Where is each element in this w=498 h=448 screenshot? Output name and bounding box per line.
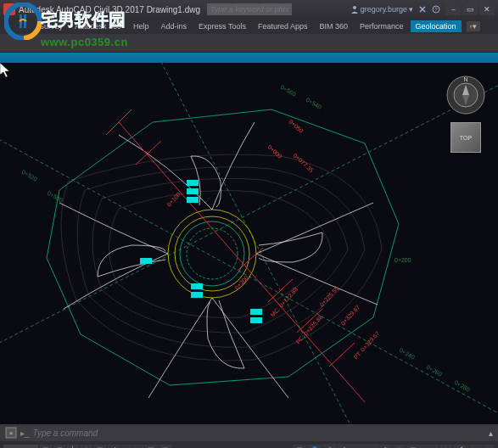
command-input[interactable] (33, 428, 489, 438)
dyn-toggle[interactable]: + (121, 445, 132, 449)
svg-line-18 (238, 248, 263, 271)
ribbon-expand-icon[interactable]: ▫▾ (467, 21, 480, 31)
chevron-down-icon: ▾ (409, 5, 413, 14)
command-line: × ▸_ ▴ (0, 424, 498, 441)
search-input[interactable] (207, 3, 292, 15)
snap-toggle[interactable]: ⊞ (53, 445, 66, 449)
svg-line-21 (329, 343, 355, 367)
transparency-toggle[interactable]: ▦ (144, 445, 158, 449)
station-label: 0+280 (454, 379, 472, 393)
annotation-toggle[interactable]: ⬓ (293, 445, 306, 449)
drawing-canvas[interactable]: 0+000 0+050 0+077.35 0+225.55 0+329.67 P… (0, 63, 498, 424)
grid-toggle[interactable]: ▦ (39, 445, 53, 449)
annotation-monitor[interactable]: ⊕ (393, 445, 406, 449)
cycle-toggle[interactable]: ◫ (159, 445, 172, 449)
isolate-toggle[interactable]: ◉ (439, 445, 452, 449)
workspace-toggle[interactable]: ✿ (379, 445, 392, 449)
svg-rect-24 (187, 197, 199, 203)
svg-line-17 (136, 141, 161, 165)
ortho-toggle[interactable]: └ (67, 445, 79, 449)
hardware-accel-toggle[interactable]: ⚡ (453, 445, 468, 449)
station-label: PT: 0+329.67 (353, 330, 381, 361)
svg-rect-23 (187, 188, 199, 194)
station-label: 0+225.55 (319, 285, 340, 308)
polar-toggle[interactable]: ⊙ (80, 445, 92, 449)
status-bar: MODEL ▦ ⊞ └ ⊙ ▣ ∠ + ≡ ▦ ◫ ⬓ 👤 人 人 1:1000… (0, 441, 498, 448)
user-badge[interactable]: gregory.burge ▾ (350, 5, 413, 14)
file-tab-strip[interactable] (0, 53, 498, 63)
units-display[interactable]: ▤ 3.500 (406, 445, 439, 449)
clean-screen-toggle[interactable]: ▭ (469, 445, 483, 449)
user-icon (350, 5, 359, 14)
station-label: 0+560 (280, 84, 298, 98)
model-space-button[interactable]: MODEL (3, 445, 38, 449)
svg-rect-29 (140, 258, 152, 264)
minimize-button[interactable]: － (445, 3, 461, 15)
watermark-logo (4, 3, 42, 43)
svg-line-16 (106, 109, 131, 135)
station-label: 0+260 (426, 364, 444, 378)
station-label: MC: 0+122.88 (270, 286, 299, 318)
svg-point-0 (353, 6, 356, 9)
user-name: gregory.burge (361, 5, 407, 14)
svg-line-7 (0, 131, 498, 419)
tab-geolocation[interactable]: Geolocation (411, 20, 462, 32)
nav-compass[interactable]: N (444, 73, 488, 117)
view-cube[interactable]: TOP (450, 122, 481, 153)
svg-rect-27 (250, 309, 262, 315)
osnap-toggle[interactable]: ▣ (93, 445, 107, 449)
svg-text:N: N (463, 76, 467, 82)
svg-text:?: ? (434, 7, 438, 12)
watermark-url: www.pc0359.cn (41, 36, 128, 48)
svg-text:×: × (9, 429, 14, 437)
command-expand-icon[interactable]: ▴ (489, 428, 493, 438)
station-label: 0+520 (21, 169, 39, 182)
station-label: 0+200 (394, 257, 411, 263)
exchange-icon[interactable] (418, 5, 427, 14)
station-label: 0+329.67 (340, 304, 361, 327)
autoscale-toggle[interactable]: 👤 (307, 445, 322, 449)
tab-featured[interactable]: Featured Apps (253, 20, 313, 32)
svg-line-9 (153, 63, 356, 424)
station-label: 0+100 (166, 191, 182, 207)
station-label: 0+540 (305, 97, 323, 110)
restore-button[interactable]: ▭ (462, 3, 478, 15)
tab-express[interactable]: Express Tools (193, 20, 251, 32)
watermark-cn-text: 宅男软件园 (41, 10, 126, 29)
scale-display[interactable]: 人 1:1000 ▾ (338, 444, 378, 449)
svg-line-15 (119, 122, 365, 402)
command-icon: × (5, 427, 17, 439)
svg-marker-10 (47, 109, 399, 385)
svg-rect-28 (250, 317, 262, 323)
station-label: 0+000 (266, 144, 283, 160)
command-prompt-icon: ▸_ (20, 428, 30, 438)
tab-bim360[interactable]: BIM 360 (315, 20, 354, 32)
viewcube-face: TOP (460, 135, 472, 141)
station-label: 0+077.35 (292, 153, 315, 174)
customize-button[interactable]: ≡ (484, 445, 495, 449)
svg-point-12 (175, 216, 249, 291)
close-button[interactable]: ✕ (479, 3, 495, 15)
scale-icon[interactable]: 人 (323, 444, 337, 449)
svg-rect-26 (191, 292, 203, 298)
station-label: PC: 0+225.88 (295, 314, 324, 345)
help-icon[interactable]: ? (432, 5, 440, 14)
station-label: 0+240 (399, 347, 417, 361)
svg-point-14 (187, 228, 238, 279)
svg-line-8 (0, 80, 498, 351)
lwt-toggle[interactable]: ≡ (132, 445, 143, 449)
tab-addins[interactable]: Add-ins (156, 20, 193, 32)
otrack-toggle[interactable]: ∠ (108, 445, 120, 449)
station-label: 0+500 (47, 190, 64, 204)
svg-rect-22 (187, 180, 199, 186)
tab-performance[interactable]: Performance (355, 20, 409, 32)
svg-rect-25 (191, 283, 203, 289)
